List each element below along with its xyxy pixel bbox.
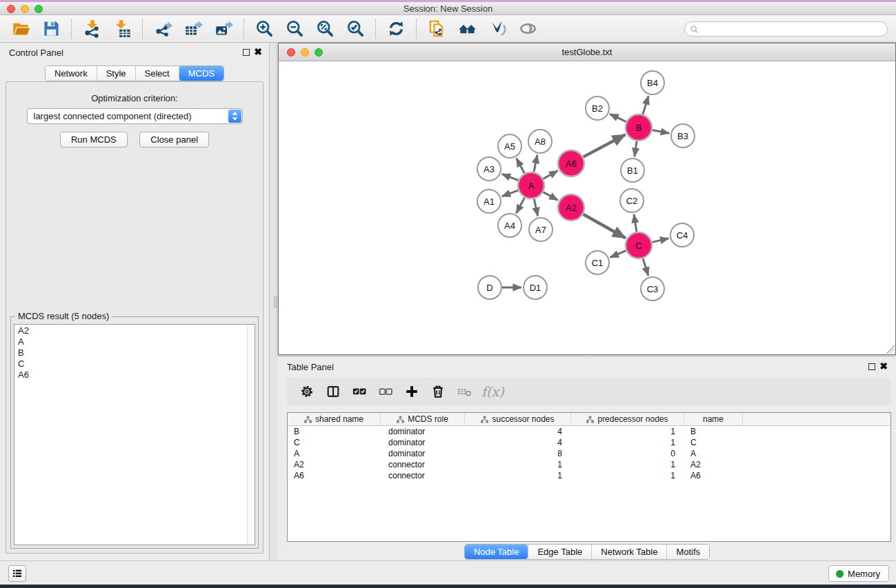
network-canvas[interactable]: B4B2BB3A8A5A6A3B1AC2A1A2A4A7C4CC1C3DD1: [279, 61, 895, 354]
open-session-button[interactable]: [6, 17, 36, 41]
import-table-button[interactable]: [107, 17, 137, 41]
graph-edge[interactable]: [610, 114, 626, 121]
column-header[interactable]: shared name: [288, 413, 381, 425]
plus-icon: [404, 384, 419, 399]
network-window-titlebar: testGlobe.txt: [279, 43, 895, 61]
hide-preview-icon: [488, 19, 507, 38]
duplicate-network-button[interactable]: [421, 17, 452, 41]
graph-edge[interactable]: [634, 214, 637, 232]
tab-node-table[interactable]: Node Table: [465, 545, 528, 559]
graph-edge[interactable]: [653, 130, 670, 134]
graph-edge[interactable]: [643, 96, 648, 114]
graph-node-label: A6: [566, 159, 577, 169]
import-network-icon: [83, 19, 101, 38]
tab-network-table[interactable]: Network Table: [591, 545, 666, 559]
export-table-button[interactable]: [178, 17, 208, 41]
table-row[interactable]: Bdominator41B: [288, 426, 890, 437]
float-panel-icon[interactable]: [868, 363, 875, 370]
refresh-icon: [387, 19, 406, 38]
scrollbar-track[interactable]: [247, 325, 255, 545]
delete-rows-button[interactable]: [425, 381, 451, 403]
table-row[interactable]: Cdominator41C: [288, 437, 890, 448]
column-header[interactable]: MCDS role: [381, 413, 465, 425]
close-panel-icon[interactable]: ✖: [879, 361, 888, 372]
search-input[interactable]: [701, 23, 881, 35]
tree-icon: [397, 416, 404, 423]
column-header[interactable]: predecessor nodes: [571, 413, 684, 425]
splitter-handle-vertical[interactable]: [274, 296, 277, 307]
network-graph[interactable]: B4B2BB3A8A5A6A3B1AC2A1A2A4A7C4CC1C3DD1: [279, 61, 895, 354]
main-titlebar: Session: New Session: [0, 2, 896, 15]
function-builder-button[interactable]: f(x): [481, 384, 504, 399]
tab-mcds[interactable]: MCDS: [179, 66, 223, 81]
graph-edge[interactable]: [534, 199, 537, 216]
zoom-fit-button[interactable]: [310, 17, 340, 41]
attribute-settings-button[interactable]: [294, 381, 320, 403]
show-view-button[interactable]: [512, 17, 543, 41]
zoom-in-button[interactable]: [249, 17, 279, 41]
tab-style[interactable]: Style: [97, 66, 135, 81]
list-item[interactable]: A: [14, 336, 255, 347]
graph-edge[interactable]: [583, 214, 625, 238]
zoom-selected-icon: [346, 19, 365, 38]
close-panel-button[interactable]: Close panel: [139, 132, 209, 148]
zoom-out-button[interactable]: [279, 17, 310, 41]
delete-table-button[interactable]: [451, 381, 477, 403]
tab-motifs[interactable]: Motifs: [666, 545, 709, 559]
graph-edge[interactable]: [534, 155, 537, 172]
list-item[interactable]: C: [14, 358, 255, 369]
select-all-rows-button[interactable]: [346, 381, 372, 403]
save-session-button[interactable]: [36, 17, 66, 41]
graph-edge[interactable]: [610, 251, 626, 258]
export-network-button[interactable]: [148, 17, 178, 41]
status-bar: Memory: [0, 560, 896, 585]
column-layout-button[interactable]: [320, 381, 346, 403]
tab-edge-table[interactable]: Edge Table: [528, 545, 591, 559]
resize-grip[interactable]: [886, 345, 895, 354]
table-row[interactable]: A6connector11A6: [288, 470, 890, 481]
tab-select[interactable]: Select: [135, 66, 179, 81]
memory-button[interactable]: Memory: [828, 565, 889, 582]
table-row[interactable]: Adominator80A: [288, 448, 890, 459]
search-field[interactable]: [684, 21, 888, 37]
zoom-out-icon: [286, 19, 304, 38]
graph-edge[interactable]: [502, 174, 519, 180]
mcds-result-list[interactable]: A2 A B C A6: [14, 324, 255, 545]
graph-edge[interactable]: [643, 258, 648, 276]
hide-preview-button[interactable]: [482, 17, 512, 41]
zoom-selected-button[interactable]: [340, 17, 370, 41]
graph-edge[interactable]: [516, 198, 524, 214]
column-header[interactable]: successor nodes: [465, 413, 571, 425]
graph-edge[interactable]: [502, 190, 519, 196]
toolbar-separator: [142, 19, 143, 39]
add-row-button[interactable]: [399, 381, 425, 403]
task-history-button[interactable]: [8, 565, 26, 582]
graph-edge[interactable]: [517, 159, 525, 174]
graph-edge[interactable]: [544, 192, 558, 201]
deselect-all-rows-button[interactable]: [372, 381, 399, 403]
list-item[interactable]: B: [14, 347, 255, 358]
dropdown-stepper[interactable]: [228, 110, 241, 123]
table-row[interactable]: A2connector11A2: [288, 459, 890, 470]
run-mcds-button[interactable]: Run MCDS: [60, 132, 128, 148]
node-table[interactable]: shared name MCDS role successor nodes pr…: [287, 412, 891, 542]
refresh-button[interactable]: [381, 17, 411, 41]
float-panel-icon[interactable]: [243, 49, 250, 56]
mcds-result-box: MCDS result (5 nodes) A2 A B C A6: [10, 316, 259, 549]
graph-edge[interactable]: [652, 239, 668, 243]
graph-node-label: C2: [626, 196, 638, 206]
close-panel-icon[interactable]: ✖: [254, 46, 262, 57]
tab-network[interactable]: Network: [46, 66, 97, 81]
home-button[interactable]: [452, 17, 482, 41]
graph-edge[interactable]: [584, 134, 626, 156]
graph-node-label: D: [486, 283, 492, 293]
list-item[interactable]: A6: [14, 369, 255, 380]
import-network-button[interactable]: [77, 17, 107, 41]
column-header[interactable]: name: [684, 413, 743, 425]
criterion-dropdown[interactable]: largest connected component (directed): [27, 108, 243, 124]
list-item[interactable]: A2: [14, 325, 255, 336]
export-image-button[interactable]: [208, 17, 239, 41]
graph-edge[interactable]: [544, 171, 558, 179]
graph-edge[interactable]: [635, 141, 637, 156]
list-icon: [12, 568, 23, 579]
